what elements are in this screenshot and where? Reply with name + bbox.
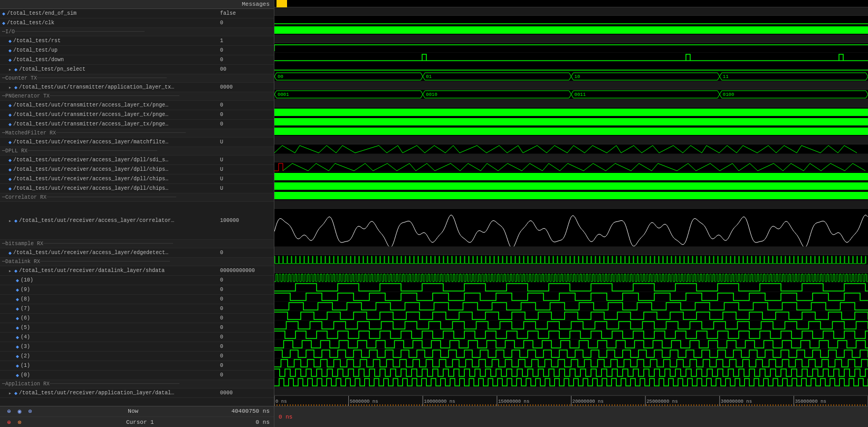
expand-icon-pn_select[interactable]: ▸ <box>8 66 12 73</box>
signal-row-sdi_spread[interactable]: ◆/total_test/uut/receiver/access_layer/d… <box>0 156 274 165</box>
toolbar-icons: ⊕ ◉ ⊗ <box>4 407 35 415</box>
bottom-top-row: ⊕ ◉ ⊗ Now 40400750 ns <box>0 406 274 417</box>
bottom-status-left: ⊕ ◉ ⊗ Now 40400750 ns ⊕ ⊗ Cursor 1 0 ns <box>0 406 274 427</box>
signal-row-bit0[interactable]: ◆(0)0 <box>0 371 274 380</box>
waveform-display <box>274 7 868 396</box>
signal-name-bit9: ◆(9) <box>1 287 220 293</box>
diamond-icon-chipsample_2: ◆ <box>8 176 12 182</box>
signal-name-bit1: ◆(1) <box>1 363 220 369</box>
diamond-icon-data_out: ◆ <box>14 390 17 396</box>
expand-icon-p_count[interactable]: ▸ <box>8 218 12 224</box>
signal-row-clk[interactable]: ◆/total_test/clk0 <box>0 18 274 28</box>
signal-row-bit7[interactable]: ◆(7)0 <box>0 304 274 314</box>
left-panel: Messages ◆/total_test/end_of_simfalse◆/t… <box>0 0 274 406</box>
signal-value-counter_output: 0000 <box>220 84 273 90</box>
signal-text-sdi_spread: /total_test/uut/receiver/access_layer/dp… <box>13 157 171 163</box>
signal-row-bit5[interactable]: ◆(5)0 <box>0 323 274 333</box>
signal-row-bit2[interactable]: ◆(2)0 <box>0 352 274 361</box>
diamond-icon-pn3: ◆ <box>8 121 12 128</box>
signal-text-bit9: (9) <box>21 287 30 293</box>
signal-row-shdata[interactable]: ▸◆/total_test/uut/receiver/datalink_laye… <box>0 266 274 276</box>
icon-btn-1[interactable]: ⊕ <box>4 407 14 415</box>
diamond-icon-bit4: ◆ <box>16 334 19 341</box>
signal-row-bit9[interactable]: ◆(9)0 <box>0 285 274 295</box>
signal-row-bit1[interactable]: ◆(1)0 <box>0 361 274 371</box>
signal-value-bit6: 0 <box>220 315 273 321</box>
signal-name-up: ◆/total_test/up <box>1 47 220 54</box>
signal-row-bit6[interactable]: ◆(6)0 <box>0 314 274 323</box>
signal-row-matchfilter_out[interactable]: ◆/total_test/uut/receiver/access_layer/m… <box>0 138 274 147</box>
cursor-label: Cursor 1 <box>126 419 154 425</box>
signal-row-chipsample_1[interactable]: ◆/total_test/uut/receiver/access_layer/d… <box>0 165 274 174</box>
diamond-icon-sdi_spread: ◆ <box>8 157 12 163</box>
diamond-icon-end_of_sim: ◆ <box>2 11 5 17</box>
timeline-bar <box>274 395 868 406</box>
messages-header: Messages <box>0 0 274 9</box>
signal-row-data_out[interactable]: ▸◆/total_test/uut/receiver/application_l… <box>0 389 274 398</box>
waveform-canvas <box>274 7 868 396</box>
signal-row-p_count[interactable]: ▸◆/total_test/uut/receiver/access_layer/… <box>0 202 274 240</box>
signal-row-up[interactable]: ◆/total_test/up0 <box>0 46 274 55</box>
signal-row-chipsample_3[interactable]: ◆/total_test/uut/receiver/access_layer/d… <box>0 184 274 193</box>
signal-value-edgedetector_bitsample_puls: 0 <box>220 250 273 256</box>
diamond-icon-bit10: ◆ <box>16 277 19 284</box>
signal-row-bit4[interactable]: ◆(4)0 <box>0 333 274 342</box>
diamond-icon-pn2: ◆ <box>8 112 12 118</box>
signal-text-pn1: /total_test/uut/transmitter/access_layer… <box>13 102 171 108</box>
signal-name-bit0: ◆(0) <box>1 372 220 379</box>
signal-text-bit1: (1) <box>21 363 30 368</box>
diamond-icon-down: ◆ <box>8 57 12 63</box>
diamond-icon-clk: ◆ <box>2 20 5 26</box>
signal-name-chipsample_1: ◆/total_test/uut/receiver/access_layer/d… <box>1 167 220 173</box>
timeline-canvas <box>274 396 868 406</box>
signal-name-data_out: ▸◆/total_test/uut/receiver/application_l… <box>1 390 220 396</box>
signal-value-bit4: 0 <box>220 334 273 340</box>
icon-btn-4[interactable]: ⊕ <box>4 418 14 426</box>
expand-icon-counter_output[interactable]: ▸ <box>8 84 12 91</box>
bottom-bottom-row: ⊕ ⊗ Cursor 1 0 ns <box>0 417 274 427</box>
icon-btn-5[interactable]: ⊗ <box>15 418 24 426</box>
icon-btn-3[interactable]: ⊗ <box>25 407 35 415</box>
signal-text-pn2: /total_test/uut/transmitter/access_layer… <box>13 112 171 118</box>
signal-list[interactable]: ◆/total_test/end_of_simfalse◆/total_test… <box>0 9 274 406</box>
signal-text-bit4: (4) <box>21 334 30 340</box>
signal-name-pn2: ◆/total_test/uut/transmitter/access_laye… <box>1 112 220 118</box>
signal-row-pn3[interactable]: ◆/total_test/uut/transmitter/access_laye… <box>0 120 274 129</box>
signal-name-bit7: ◆(7) <box>1 306 220 312</box>
signal-row-rst[interactable]: ◆/total_test/rst1 <box>0 36 274 46</box>
signal-row-counter_output[interactable]: ▸◆/total_test/uut/transmitter/applicatio… <box>0 83 274 92</box>
bottom-icon-row: ⊕ ⊗ <box>4 418 24 426</box>
time-value: 40400750 ns <box>231 408 270 414</box>
main-area: Messages ◆/total_test/end_of_simfalse◆/t… <box>0 0 868 406</box>
icon-btn-2[interactable]: ◉ <box>15 407 24 415</box>
signal-row-chipsample_2[interactable]: ◆/total_test/uut/receiver/access_layer/d… <box>0 174 274 184</box>
signal-row-edgedetector_bitsample_puls[interactable]: ◆/total_test/uut/receiver/access_layer/e… <box>0 248 274 258</box>
signal-row-pn_select[interactable]: ▸◆/total_test/pn_select00 <box>0 65 274 74</box>
signal-value-pn_select: 00 <box>220 66 273 72</box>
signal-value-bit0: 0 <box>220 372 273 378</box>
signal-text-bit0: (0) <box>21 372 30 378</box>
signal-name-bit5: ◆(5) <box>1 325 220 331</box>
expand-icon-data_out[interactable]: ▸ <box>8 390 12 396</box>
signal-row-bit3[interactable]: ◆(3)0 <box>0 342 274 352</box>
signal-value-bit5: 0 <box>220 325 273 331</box>
right-panel <box>274 0 868 406</box>
signal-value-data_out: 0000 <box>220 390 273 396</box>
diamond-icon-bit6: ◆ <box>16 315 19 322</box>
diamond-icon-bit1: ◆ <box>16 363 19 369</box>
expand-icon-shdata[interactable]: ▸ <box>8 268 12 274</box>
signal-row-bit8[interactable]: ◆(8)0 <box>0 295 274 304</box>
signal-value-up: 0 <box>220 47 273 53</box>
signal-row-down[interactable]: ◆/total_test/down0 <box>0 55 274 65</box>
signal-name-clk: ◆/total_test/clk <box>1 20 220 26</box>
signal-row-pn1[interactable]: ◆/total_test/uut/transmitter/access_laye… <box>0 101 274 110</box>
diamond-icon-bit8: ◆ <box>16 296 19 303</box>
signal-name-edgedetector_bitsample_puls: ◆/total_test/uut/receiver/access_layer/e… <box>1 250 220 256</box>
signal-name-bit10: ◆(10) <box>1 277 220 284</box>
signal-name-rst: ◆/total_test/rst <box>1 38 220 44</box>
signal-row-pn2[interactable]: ◆/total_test/uut/transmitter/access_laye… <box>0 110 274 120</box>
signal-text-counter_output: /total_test/uut/transmitter/application_… <box>19 84 177 90</box>
signal-name-sdi_spread: ◆/total_test/uut/receiver/access_layer/d… <box>1 157 220 163</box>
signal-row-end_of_sim[interactable]: ◆/total_test/end_of_simfalse <box>0 9 274 18</box>
signal-row-bit10[interactable]: ◆(10)0 <box>0 276 274 285</box>
